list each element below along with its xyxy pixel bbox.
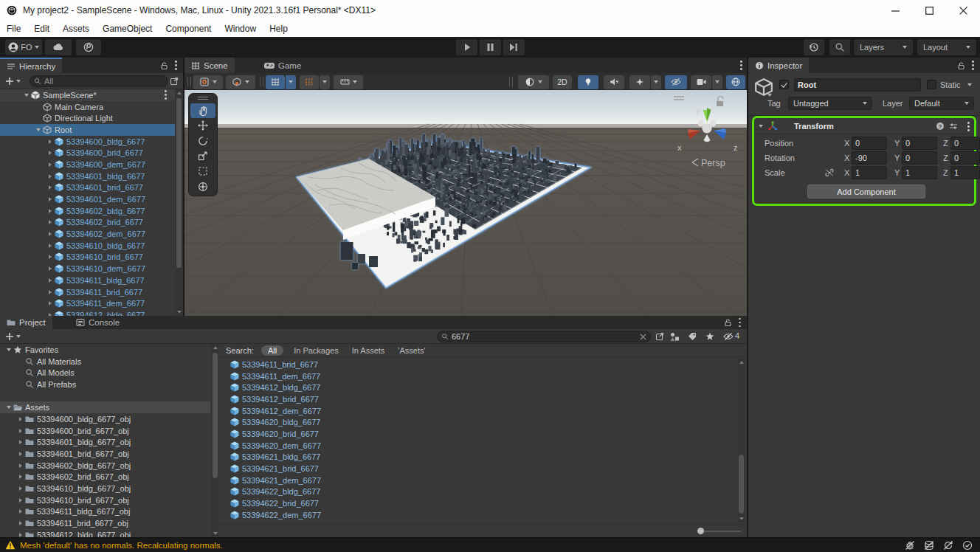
pause-button[interactable] (480, 39, 501, 55)
scope-in-assets[interactable]: In Assets (352, 346, 385, 355)
draw-mode-dropdown[interactable] (518, 75, 549, 89)
x-field[interactable]: -90 (852, 151, 887, 165)
pivot-dropdown[interactable] (226, 75, 255, 89)
tag-dropdown[interactable]: Untagged (788, 97, 872, 110)
project-tree-item[interactable]: 53394611_brid_6677_obj (0, 517, 210, 529)
snap-increment-button[interactable] (300, 75, 319, 89)
project-tree-item[interactable]: All Prefabs (0, 379, 210, 390)
open-new-window-icon[interactable] (170, 77, 179, 86)
search-result-item[interactable]: 53394622_bldg_6677 (220, 486, 736, 498)
project-tree-item[interactable]: 53394602_bldg_6677_obj (0, 460, 210, 472)
search-result-item[interactable]: 53394611_brid_6677 (220, 359, 736, 370)
kebab-menu-icon[interactable] (175, 61, 177, 70)
project-tree-item[interactable]: Favorites (0, 344, 210, 356)
persp-label[interactable]: Persp (701, 158, 725, 168)
project-tree-item[interactable]: 53394601_bldg_6677_obj (0, 437, 210, 449)
grid-snap-button[interactable] (266, 75, 285, 89)
lock-icon[interactable] (724, 318, 733, 327)
menu-item[interactable]: Edit (27, 24, 56, 34)
menu-item[interactable]: File (0, 24, 27, 34)
x-field[interactable]: 1 (852, 166, 887, 179)
hidden-count-icon[interactable] (723, 332, 734, 341)
toolbar-grip[interactable] (260, 77, 263, 86)
tab-inspector[interactable]: Inspector (748, 58, 809, 73)
hierarchy-item[interactable]: 53394600_brid_6677 (0, 147, 183, 159)
rect-tool-button[interactable] (190, 164, 215, 179)
open-new-window-icon[interactable] (655, 332, 664, 341)
minimize-button[interactable] (878, 0, 912, 21)
search-result-item[interactable]: 53394620_brid_6677 (220, 428, 736, 440)
name-field[interactable]: Root (794, 78, 921, 92)
active-checkbox[interactable] (779, 80, 789, 89)
hierarchy-item[interactable]: 53394611_brid_6677 (0, 286, 183, 298)
search-result-item[interactable]: 53394622_dem_6677 (220, 509, 736, 521)
grid-snap-dropdown[interactable] (286, 75, 296, 89)
measure-dropdown[interactable] (334, 75, 363, 89)
lock-icon[interactable] (160, 61, 169, 70)
rotate-tool-button[interactable] (190, 134, 215, 148)
hierarchy-item[interactable]: 53394602_bldg_6677 (0, 205, 183, 217)
lock-icon[interactable] (957, 61, 966, 70)
toolbar-grip[interactable] (509, 77, 513, 86)
camera-preview-button[interactable] (691, 75, 711, 89)
hierarchy-item[interactable]: 53394601_dem_6677 (0, 193, 183, 205)
maximize-button[interactable] (912, 0, 946, 21)
effects-dropdown[interactable] (651, 75, 661, 89)
search-result-item[interactable]: 53394622_brid_6677 (220, 497, 736, 509)
scene-viewport[interactable]: y x z Persp (184, 90, 747, 316)
project-tree-item[interactable]: 53394600_brid_6677_obj (0, 425, 210, 437)
mode-2d-button[interactable]: 2D (553, 75, 572, 89)
hierarchy-item[interactable]: SampleScene* (0, 89, 183, 101)
scene-kebab-icon[interactable] (165, 90, 167, 100)
overlay-drag-handle[interactable] (189, 94, 217, 103)
y-field[interactable]: 0 (902, 137, 937, 150)
hierarchy-item[interactable]: 53394610_bldg_6677 (0, 240, 183, 252)
add-icon[interactable] (5, 77, 14, 86)
search-result-item[interactable]: 53394611_dem_6677 (220, 370, 736, 382)
transform-header[interactable]: Transform (754, 118, 974, 134)
scope-in-packages[interactable]: In Packages (294, 346, 339, 355)
favorites-filter-icon[interactable] (705, 332, 714, 341)
search-result-item[interactable]: 53394612_dem_6677 (220, 405, 736, 417)
cache-server-disabled-icon[interactable] (919, 539, 939, 552)
hierarchy-item[interactable]: 53394602_brid_6677 (0, 217, 183, 229)
tab-project[interactable]: Project (0, 316, 52, 329)
tool-settings-dropdown[interactable] (193, 75, 223, 89)
axis-y-label[interactable]: y (696, 106, 700, 115)
transform-tool-button[interactable] (190, 179, 215, 194)
project-tree-item[interactable]: All Materials (0, 356, 210, 368)
hierarchy-item[interactable]: 53394600_dem_6677 (0, 159, 183, 170)
camera-dropdown[interactable] (712, 75, 722, 89)
hierarchy-item[interactable]: 53394612_bldg_6677 (0, 309, 183, 316)
tab-hierarchy[interactable]: Hierarchy (0, 58, 62, 73)
clear-search-icon[interactable] (640, 334, 646, 340)
y-field[interactable]: 0 (902, 151, 937, 165)
project-tree-item[interactable]: Assets (0, 401, 210, 413)
hierarchy-search-input[interactable]: All (30, 75, 168, 87)
close-button[interactable] (946, 0, 980, 21)
version-history-button[interactable] (804, 39, 824, 55)
presets-icon[interactable] (949, 122, 958, 131)
filter-by-type-icon[interactable] (670, 332, 680, 341)
menu-item[interactable]: Assets (56, 24, 96, 34)
add-dropdown-icon[interactable] (16, 335, 21, 338)
z-field[interactable]: 0 (950, 151, 980, 165)
layout-dropdown[interactable]: Layout (917, 39, 976, 55)
gizmo-lock-icon[interactable] (717, 101, 723, 106)
step-button[interactable] (503, 39, 525, 55)
search-result-item[interactable]: 53394620_bldg_6677 (220, 416, 736, 428)
axis-z-label[interactable]: z (734, 143, 738, 152)
project-tree-item[interactable]: 53394601_brid_6677_obj (0, 448, 210, 460)
results-scrollbar[interactable] (737, 359, 745, 522)
scope-assets-folder[interactable]: 'Assets' (398, 346, 425, 355)
project-tree-item[interactable]: 53394610_brid_6677_obj (0, 494, 210, 506)
snap-increment-dropdown[interactable] (320, 75, 330, 89)
hierarchy-scrollbar[interactable] (175, 89, 183, 316)
move-tool-button[interactable] (190, 118, 215, 133)
hierarchy-item[interactable]: 53394602_dem_6677 (0, 228, 183, 240)
hierarchy-item[interactable]: 53394610_dem_6677 (0, 263, 183, 275)
kebab-menu-icon[interactable] (740, 61, 742, 70)
account-button[interactable]: FO (5, 39, 42, 55)
search-result-item[interactable]: 53394620_dem_6677 (220, 440, 736, 452)
project-tree-scrollbar[interactable] (211, 344, 219, 537)
